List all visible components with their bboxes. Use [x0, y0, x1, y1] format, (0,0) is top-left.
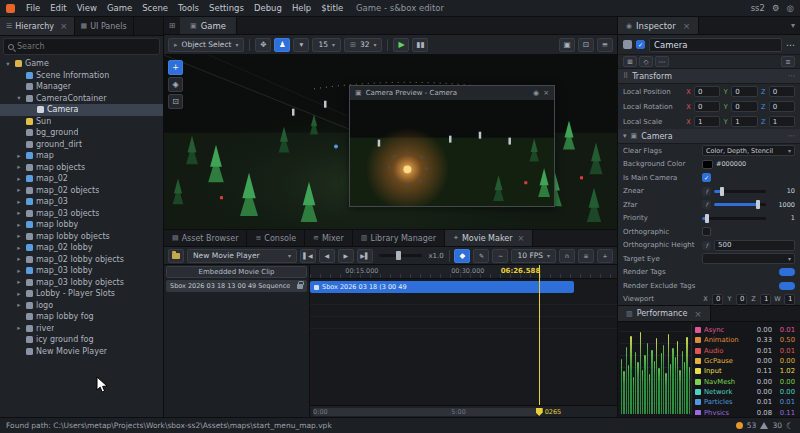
track-list-button[interactable]: ≡ — [578, 249, 594, 263]
tag-chip[interactable] — [779, 282, 795, 290]
slider-znear[interactable] — [714, 190, 766, 193]
tree-item-lobby-player-slots[interactable]: ▸Lobby - Player Slots — [0, 288, 163, 300]
object-name-field[interactable]: Camera — [649, 38, 782, 52]
expand-arrow-icon[interactable]: ▸ — [15, 324, 23, 332]
add-track-button[interactable]: + — [597, 249, 613, 263]
move-tool-button[interactable]: ✥ — [255, 38, 271, 52]
slider-knob[interactable] — [396, 251, 401, 260]
tree-item-map-lobby[interactable]: ▸map lobby — [0, 219, 163, 231]
tag-chip[interactable] — [779, 268, 795, 276]
object-select-dropdown[interactable]: ▸ Object Select ▾ — [168, 38, 244, 52]
add-component-button[interactable]: ⊞ — [623, 56, 637, 67]
tree-item-map-02-lobby-objects[interactable]: ▸map_02 lobby objects — [0, 254, 163, 266]
scene-3d-view[interactable]: + ◈ ⊡ ▣ Camera Preview - Camera ◉ × — [164, 55, 617, 229]
vector-z-input[interactable]: 0 — [769, 86, 795, 97]
vector-x-input[interactable]: 0 — [694, 101, 720, 112]
checkbox-is-main-camera[interactable]: ✓ — [702, 173, 711, 182]
tree-item-sun[interactable]: Sun — [0, 116, 163, 128]
tree-item-map-02[interactable]: ▸map_02 — [0, 173, 163, 185]
warning-count[interactable]: 53 — [747, 421, 757, 430]
add-object-button[interactable]: + — [168, 60, 183, 75]
lock-icon[interactable] — [297, 284, 303, 289]
expand-arrow-icon[interactable]: ▸ — [15, 244, 23, 252]
dropdown-clear-flags[interactable]: Color, Depth, Stencil▾ — [702, 145, 795, 156]
vector-x-input[interactable]: 0 — [694, 86, 720, 97]
tree-item-map-03[interactable]: ▸map_03 — [0, 196, 163, 208]
menu-edit[interactable]: Edit — [45, 2, 71, 14]
value-input[interactable]: 500 — [714, 240, 795, 251]
expand-arrow-icon[interactable]: ▾ — [15, 94, 23, 102]
panel-options-icon[interactable]: ▾ — [786, 21, 800, 30]
timeline-lane[interactable] — [310, 317, 617, 329]
tab-hierarchy[interactable]: ☰ Hierarchy × — [0, 17, 75, 35]
tree-item-icy-ground-fog[interactable]: icy ground fog — [0, 334, 163, 346]
tab-performance[interactable]: ▥ Performance × — [618, 306, 711, 321]
object-enabled-checkbox[interactable]: ✓ — [636, 40, 645, 49]
checkbox-orthographic[interactable] — [702, 227, 711, 236]
inspector-list-button[interactable]: ≡ — [781, 56, 795, 67]
more-actions-button[interactable]: ⋯ — [655, 56, 669, 67]
close-icon[interactable]: × — [60, 21, 68, 31]
menu-title[interactable]: $title — [316, 2, 348, 14]
curve-editor-button[interactable]: ~ — [492, 249, 508, 263]
tab-mixer[interactable]: ≋Mixer — [305, 230, 353, 246]
tree-item-cameracontainer[interactable]: ▾CameraContainer — [0, 93, 163, 105]
prefab-button[interactable]: ◇ — [639, 56, 653, 67]
vector-value-input[interactable]: 1 — [760, 294, 771, 305]
close-icon[interactable]: × — [683, 21, 691, 31]
tree-item-map-02-lobby[interactable]: ▸map_02 lobby — [0, 242, 163, 254]
tree-item-map-lobby-objects[interactable]: ▸map lobby objects — [0, 231, 163, 243]
tree-item-map-03-lobby-objects[interactable]: ▸map_03 lobby objects — [0, 277, 163, 289]
transform-section-header[interactable]: ⠿ Transform ⋯ — [618, 69, 800, 84]
timeline-zoom-slider[interactable] — [379, 254, 423, 257]
snap-options-button[interactable]: ▾ — [293, 38, 309, 52]
color-swatch[interactable] — [702, 160, 713, 169]
section-menu-icon[interactable]: ⋯ — [788, 132, 795, 140]
menu-file[interactable]: File — [21, 2, 45, 14]
expand-arrow-icon[interactable]: ▸ — [15, 255, 23, 263]
viewport-options-button[interactable]: ≡ — [597, 38, 613, 52]
browse-folder-button[interactable] — [168, 249, 184, 263]
vector-z-input[interactable]: 0 — [769, 101, 795, 112]
tree-item-camera[interactable]: Camera — [0, 104, 163, 116]
slider-knob[interactable] — [756, 200, 760, 209]
skip-start-button[interactable]: ▌◀ — [300, 249, 316, 263]
expand-arrow-icon[interactable]: ▸ — [15, 301, 23, 309]
slider-priority[interactable] — [702, 217, 766, 220]
timeline-lane[interactable] — [310, 305, 617, 317]
menu-scene[interactable]: Scene — [137, 2, 173, 14]
play-timeline-button[interactable]: ▶ — [338, 249, 354, 263]
vector-y-input[interactable]: 1 — [731, 116, 757, 127]
vector-value-input[interactable]: 0 — [712, 294, 723, 305]
visible-range-indicator[interactable] — [313, 408, 537, 416]
section-menu-icon[interactable]: ⋯ — [788, 72, 795, 80]
expand-arrow-icon[interactable]: ▸ — [15, 209, 23, 217]
vector-value-input[interactable]: 1 — [784, 294, 795, 305]
settings-gear-icon[interactable]: ⚙ — [772, 3, 780, 13]
tree-item-river[interactable]: ▸river — [0, 323, 163, 335]
tree-item-bg-ground[interactable]: bg_ground — [0, 127, 163, 139]
dropdown-target-eye[interactable]: ▾ — [702, 253, 795, 264]
tree-item-scene-information[interactable]: Scene Information — [0, 70, 163, 82]
grid-snap-dropdown[interactable]: ⊞ 32 ▾ — [344, 38, 382, 52]
close-icon[interactable]: × — [517, 234, 524, 243]
edit-pencil-button[interactable]: ✎ — [473, 249, 489, 263]
tree-item-map-03-lobby[interactable]: ▸map_03 lobby — [0, 265, 163, 277]
tree-item-map-02-objects[interactable]: ▸map_02 objects — [0, 185, 163, 197]
expand-arrow-icon[interactable]: ▸ — [15, 198, 23, 206]
tab-asset-browser[interactable]: ▤Asset Browser — [164, 230, 247, 246]
close-icon[interactable]: × — [694, 309, 702, 319]
menu-view[interactable]: View — [72, 2, 102, 14]
expand-arrow-icon[interactable]: ▸ — [15, 186, 23, 194]
expand-arrow-icon[interactable]: ▸ — [15, 278, 23, 286]
vector-z-input[interactable]: 1 — [769, 116, 795, 127]
moon-icon[interactable]: ☾ — [786, 421, 794, 431]
search-input[interactable] — [17, 42, 155, 51]
camera-preview-window[interactable]: ▣ Camera Preview - Camera ◉ × — [349, 85, 555, 207]
sequence-item[interactable]: Sbox 2026 03 18 13 00 49 Sequence — [166, 280, 307, 292]
movie-player-select[interactable]: New Movie Player ▾ — [187, 249, 297, 263]
vector-x-input[interactable]: 1 — [694, 116, 720, 127]
close-icon[interactable]: × — [543, 89, 549, 97]
camera-component-header[interactable]: ▾ ▣ Camera ⋯ — [618, 129, 800, 144]
menu-tools[interactable]: Tools — [173, 2, 204, 14]
